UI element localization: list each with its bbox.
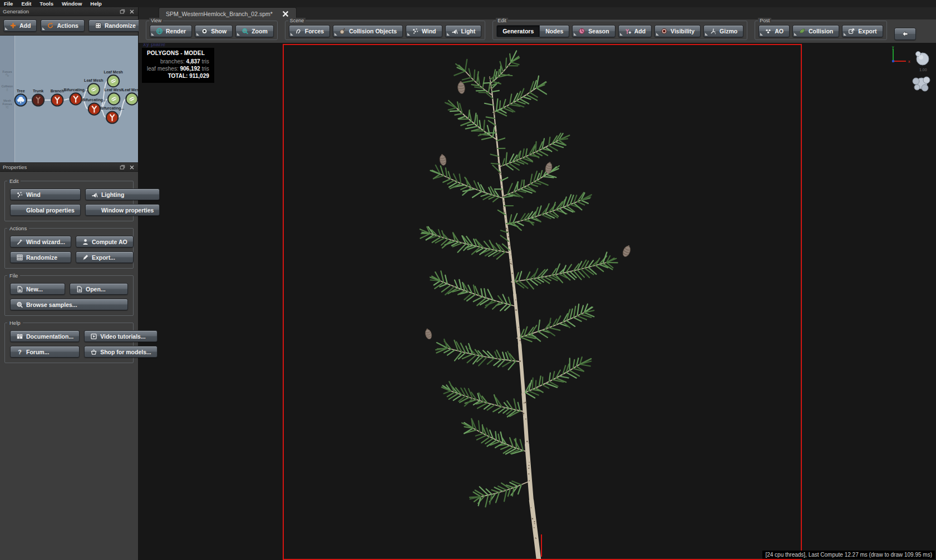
zoom-button[interactable]: Zoom [235, 25, 274, 37]
global-properties-button[interactable]: Global properties [10, 204, 81, 216]
document-tab[interactable]: SPM_WesternHemlock_Branch_02.spm* [159, 7, 297, 19]
stats-row-total: TOTAL: 911,029 [147, 72, 209, 80]
book-icon [16, 333, 23, 340]
actions-button[interactable]: Actions [41, 19, 85, 32]
forces-button[interactable]: Forces [289, 25, 330, 37]
randomize-button[interactable]: Randomize [10, 251, 71, 263]
svg-text:1.00: 1.00 [919, 68, 927, 72]
globe-icon [16, 206, 23, 214]
force-curve-icon [295, 28, 302, 35]
randomize-generation-button[interactable]: Randomize [88, 19, 142, 32]
group-edit: Edit Wind Lighting Global properties [4, 181, 134, 221]
open-document-icon [76, 285, 83, 293]
menu-tools[interactable]: Tools [40, 1, 53, 7]
svg-text:Trunk: Trunk [33, 89, 43, 93]
node-graph-canvas[interactable]: TreeTrunkBranchBifurcating...Leaf MeshLe… [0, 36, 138, 163]
viewport-3d[interactable]: xy plane POLYGONS - MODEL branches: 4,83… [139, 40, 936, 560]
close-panel-icon[interactable] [129, 8, 135, 15]
edit-add-button[interactable]: Add [618, 25, 652, 37]
grid-dice-icon [16, 254, 23, 261]
render-mode-button[interactable]: Render [150, 25, 192, 37]
new-file-button[interactable]: New... [10, 283, 65, 295]
document-tab-label: SPM_WesternHemlock_Branch_02.spm* [166, 11, 273, 17]
stats-row-branches: branches: 4,837 tris [147, 58, 209, 65]
wind-properties-button[interactable]: Wind [10, 189, 81, 200]
menu-edit[interactable]: Edit [21, 1, 31, 7]
group-help-label: Help [7, 320, 23, 326]
lighting-icon [91, 191, 98, 198]
menu-bar: File Edit Tools Window Help [0, 0, 936, 7]
wind-wizard-button[interactable]: Wind wizard... [10, 236, 71, 247]
float-panel-icon[interactable] [119, 164, 126, 171]
window-properties-button[interactable]: Window properties [85, 204, 160, 216]
visibility-button[interactable]: Visibility [654, 25, 701, 37]
export-button[interactable]: Export... [76, 251, 134, 263]
speedtree-modeler-window: File Edit Tools Window Help Generation A… [0, 0, 936, 560]
group-file: File New... Open... Browse samples... [4, 275, 134, 316]
post-export-button[interactable]: Export [842, 25, 883, 37]
wind-icon [412, 28, 419, 35]
render-sphere-icon [156, 28, 163, 35]
svg-text:Bifurcating...: Bifurcating... [64, 88, 88, 92]
eye-icon [201, 28, 208, 35]
ao-button[interactable]: AO [758, 25, 790, 37]
generators-toggle[interactable]: Generators [496, 25, 540, 37]
properties-groups: Edit Wind Lighting Global properties [0, 172, 138, 363]
generation-toolbar: Add Actions Randomize [0, 16, 138, 36]
show-button[interactable]: Show [195, 25, 233, 37]
season-button[interactable]: Season [572, 25, 615, 37]
nodes-toggle[interactable]: Nodes [540, 25, 569, 37]
person-icon [82, 238, 89, 245]
documentation-button[interactable]: Documentation... [10, 330, 80, 342]
post-collision-button[interactable]: Collision [792, 25, 839, 37]
video-tutorials-button[interactable]: Video tutorials... [84, 330, 157, 342]
light-icon [451, 28, 459, 35]
search-icon [16, 301, 23, 308]
status-bar: [24 cpu threads], Last Compute 12.27 ms … [762, 551, 935, 559]
svg-text:Leaf Mesh: Leaf Mesh [104, 88, 123, 92]
wind-icon [16, 191, 23, 198]
light-widgets[interactable]: 1.00 [908, 48, 935, 103]
close-tab-icon[interactable] [282, 10, 289, 18]
menu-help[interactable]: Help [90, 1, 102, 7]
collision-objects-button[interactable]: Collision Objects [333, 25, 403, 37]
generation-node-graph[interactable]: Forces∿ Collision♁ Mesh Forces≈ TreeTrun… [0, 36, 138, 163]
dice-icon [95, 22, 102, 29]
origin-axis-line [541, 534, 542, 557]
shop-for-models-button[interactable]: Shop for models... [84, 346, 157, 358]
svg-text:?: ? [18, 348, 21, 355]
add-generator-button[interactable]: Add [3, 19, 37, 32]
back-button[interactable] [894, 28, 916, 40]
close-panel-icon[interactable] [129, 164, 135, 171]
tab-bar: SPM_WesternHemlock_Branch_02.spm* [139, 7, 936, 19]
svg-text:Tree: Tree [17, 89, 25, 93]
menu-window[interactable]: Window [62, 1, 82, 7]
scene-wind-button[interactable]: Wind [406, 25, 442, 37]
toolbar-group-edit: Edit Generators Nodes Season Add Visibil… [492, 21, 747, 40]
polygon-stats-overlay: POLYGONS - MODEL branches: 4,837 tris le… [142, 48, 214, 83]
open-file-button[interactable]: Open... [70, 283, 128, 295]
generators-nodes-segment: Generators Nodes [496, 25, 569, 37]
group-actions: Actions Wind wizard... Compute AO Random… [4, 228, 134, 269]
gizmo-button[interactable]: Gizmo [703, 25, 743, 37]
wand-icon [16, 238, 23, 245]
float-panel-icon[interactable] [119, 8, 126, 15]
scene-light-button[interactable]: Light [445, 25, 482, 37]
leaf-icon [799, 28, 806, 35]
browse-samples-button[interactable]: Browse samples... [10, 299, 128, 310]
compute-ao-button[interactable]: Compute AO [76, 236, 134, 247]
menu-file[interactable]: File [4, 1, 13, 7]
group-help: Help Documentation... Video tutorials...… [4, 323, 134, 363]
forum-button[interactable]: ? Forum... [10, 346, 80, 358]
main-toolbar: View Render Show Zoom Scene Forces Colli… [139, 19, 936, 43]
arrow-left-icon [901, 31, 909, 38]
window-tiles-icon [91, 206, 98, 214]
properties-panel-titlebar: Properties [0, 163, 138, 172]
generation-panel-titlebar: Generation [0, 7, 138, 16]
stats-title: POLYGONS - MODEL [147, 50, 209, 56]
lighting-properties-button[interactable]: Lighting [85, 189, 160, 200]
magnifier-icon [242, 28, 249, 35]
svg-text:Bifurcating...: Bifurcating... [100, 106, 124, 111]
svg-text:Leaf Mesh: Leaf Mesh [122, 88, 138, 92]
branch-plus-icon [624, 28, 632, 35]
